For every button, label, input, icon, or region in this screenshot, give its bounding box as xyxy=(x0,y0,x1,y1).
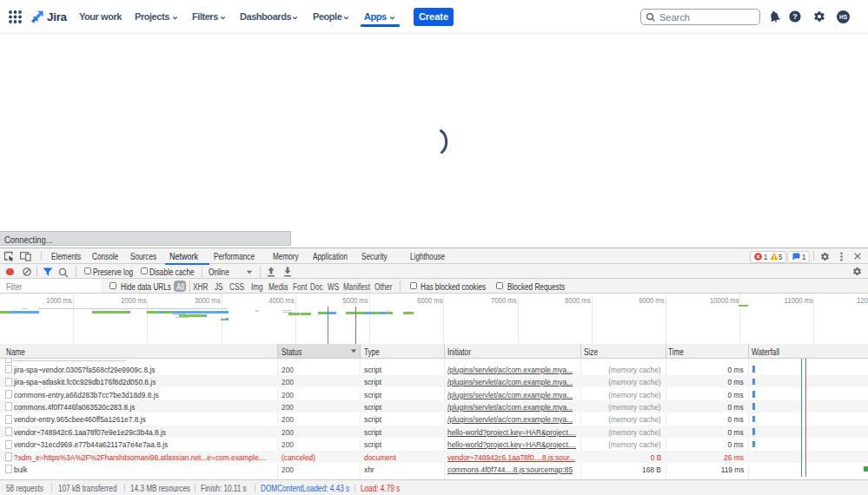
svg-text:?: ? xyxy=(792,12,798,21)
